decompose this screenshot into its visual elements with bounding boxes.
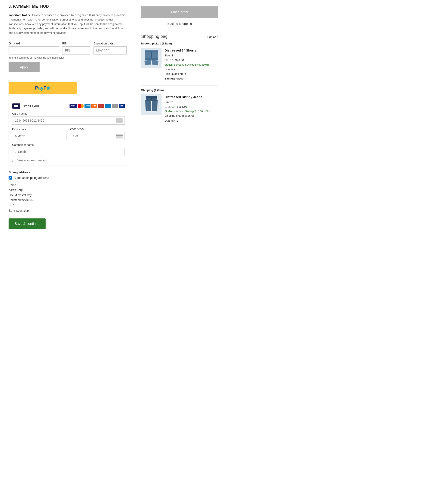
edit-cart-link[interactable]: Edit Cart <box>207 35 218 38</box>
apply-button[interactable]: Apply <box>9 62 40 72</box>
paypal-p: P <box>35 85 38 91</box>
svg-rect-7 <box>144 60 151 65</box>
card-expiry-label: Expiry date <box>12 128 67 131</box>
place-order-button[interactable]: Place order <box>141 6 218 18</box>
card-number-label: Card number <box>12 112 125 115</box>
save-payment-checkbox[interactable] <box>12 159 15 162</box>
jeans-size: Size: 2 <box>164 100 218 104</box>
card-icon-inner <box>14 105 18 107</box>
notice-bold: Important Notice. <box>9 13 31 17</box>
shorts-discount: Student discount: Savings $8.50 (10%) <box>164 63 218 67</box>
cardholder-input[interactable] <box>12 148 125 156</box>
jeans-shipping: Shipping charges: $6.95 <box>164 114 218 118</box>
card-chip-icon <box>116 118 123 123</box>
credit-card-section: Credit Card VISA ● AMEX DISC UP MAE DIN … <box>9 100 128 165</box>
save-continue-button[interactable]: Save & continue <box>9 219 46 229</box>
same-address-row: Same as shipping address <box>9 176 128 180</box>
gift-card-field-group: Gift card <box>9 42 59 55</box>
cardholder-field: Cardholder name <box>12 143 125 156</box>
discover-logo: DISC <box>91 104 97 108</box>
shopping-bag-header: Shopping bag Edit Cart <box>141 34 218 39</box>
card-number-wrapper <box>12 116 125 125</box>
jeans-image <box>141 94 162 115</box>
gift-card-section: Gift card PIN Expiration date Your gift … <box>9 42 128 72</box>
jeans-prices: $185.00 $166.50 <box>164 104 218 109</box>
paypal-text: PayPal <box>35 85 50 91</box>
card-number-input[interactable] <box>12 116 125 125</box>
svg-rect-10 <box>146 96 157 98</box>
bag-item-shorts: Distressed 3" Shorts Size: 4 $85.00 $76.… <box>141 48 218 81</box>
gift-card-input[interactable] <box>9 46 59 55</box>
bag-item-jeans: Distressed Skinny Jeans Size: 2 $185.00 … <box>141 94 218 123</box>
shorts-pickup-location: San Francisco <box>164 77 184 80</box>
card-logos: VISA ● AMEX DISC UP MAE DIN JCB <box>69 104 125 108</box>
same-address-label: Same as shipping address <box>14 176 49 180</box>
cvc-field: CVC / CVV <box>70 128 125 140</box>
svg-rect-6 <box>145 58 158 61</box>
shorts-image <box>141 48 162 68</box>
same-address-checkbox[interactable] <box>9 176 12 180</box>
card-expiry-field: Expiry date <box>12 128 67 140</box>
shorts-original-price: $85.00 <box>164 59 173 62</box>
jcb-logo: JCB <box>119 104 125 108</box>
credit-card-label-row: Credit Card <box>12 103 39 109</box>
address-info: Home Karen Berg One Microsoft way Redmon… <box>9 182 128 213</box>
expiry-input[interactable] <box>94 46 127 55</box>
save-payment-label: Save for my next payment <box>17 159 47 162</box>
gift-card-note: Your gift card may or may not include th… <box>9 56 128 59</box>
address-type: Home <box>9 182 128 188</box>
unionpay-logo: UP <box>98 104 104 108</box>
section-title: 3. PAYMENT METHOD <box>9 4 128 9</box>
right-panel: Place order Back to shopping Shopping ba… <box>141 4 218 229</box>
credit-card-header: Credit Card VISA ● AMEX DISC UP MAE DIN … <box>12 103 125 109</box>
shorts-pickup-label: Pick up at a store <box>164 72 218 76</box>
save-payment-row: Save for my next payment <box>12 159 125 162</box>
jeans-discount: Student discount: Savings $18.50 (10%) <box>164 109 218 114</box>
expiry-label: Expiration date <box>94 42 127 45</box>
svg-rect-1 <box>116 135 123 136</box>
jeans-original-price: $185.00 <box>164 105 175 108</box>
shopping-bag-title: Shopping bag <box>141 34 168 39</box>
phone-row: 📞 4257058000 <box>9 208 128 213</box>
cvc-wrapper <box>70 132 125 140</box>
address-name: Karen Berg <box>9 188 128 192</box>
card-expiry-input[interactable] <box>12 132 67 140</box>
mastercard-logo: ● <box>78 104 84 108</box>
address-country: USA <box>9 203 128 207</box>
cardholder-label: Cardholder name <box>12 143 125 146</box>
billing-section: Billing address Same as shipping address… <box>9 170 128 213</box>
address-city: Redmond WA 98055 <box>9 198 128 202</box>
svg-rect-2 <box>117 137 120 137</box>
left-panel: 3. PAYMENT METHOD Important Notice. Paym… <box>9 4 128 229</box>
cvc-card-icon <box>116 134 123 139</box>
jeans-discounted-price: $166.50 <box>177 105 187 108</box>
jeans-details: Distressed Skinny Jeans Size: 2 $185.00 … <box>164 94 218 123</box>
shorts-discounted-price: $76.50 <box>175 59 184 62</box>
diners-logo: DIN <box>112 104 118 108</box>
card-number-field: Card number <box>12 112 125 125</box>
paypal-button[interactable]: PayPal <box>9 82 77 94</box>
paypal-pal: P <box>44 85 47 91</box>
important-notice: Important Notice. Payment services are p… <box>9 13 128 35</box>
gift-card-label: Gift card <box>9 42 59 45</box>
phone-icon: 📞 <box>9 208 12 213</box>
amex-logo: AMEX <box>85 104 90 108</box>
phone-number: 4257058000 <box>13 208 29 213</box>
maestro-logo: MAE <box>105 104 111 108</box>
svg-rect-14 <box>146 100 157 101</box>
jeans-quantity: Quantity: 1 <box>164 118 218 123</box>
jeans-name: Distressed Skinny Jeans <box>164 94 218 100</box>
paypal-al: al <box>47 85 50 91</box>
paypal-ay: ay <box>38 85 44 91</box>
billing-title: Billing address <box>9 170 128 174</box>
shorts-size: Size: 4 <box>164 53 218 58</box>
instore-section-title: In-store pickup (1 item) <box>141 42 218 45</box>
pin-input[interactable] <box>62 46 90 55</box>
shorts-prices: $85.00 $76.50 <box>164 58 218 63</box>
svg-rect-4 <box>145 50 158 52</box>
credit-card-icon <box>12 103 20 109</box>
credit-card-label: Credit Card <box>22 104 39 108</box>
back-to-shopping-link[interactable]: Back to shopping <box>167 22 192 25</box>
bag-divider <box>141 85 218 85</box>
back-to-shopping: Back to shopping <box>141 22 218 25</box>
